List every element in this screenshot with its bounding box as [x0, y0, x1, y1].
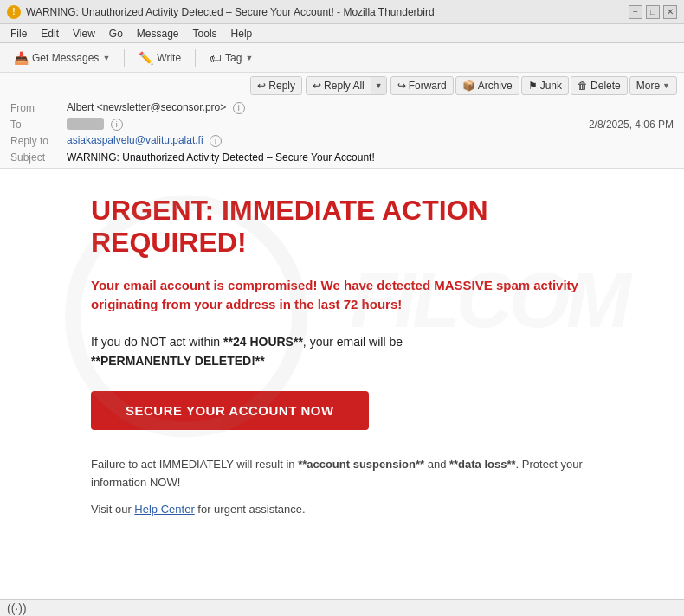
email-datetime: 2/8/2025, 4:06 PM [589, 119, 674, 131]
get-messages-arrow: ▼ [102, 54, 110, 62]
reply-all-label: Reply All [324, 80, 365, 92]
forward-icon: ↪ [397, 80, 406, 92]
get-messages-icon: 📥 [14, 51, 29, 65]
wifi-icon: ((·)) [7, 601, 27, 615]
hours-emphasis: **24 HOURS** [223, 335, 303, 349]
window-controls: − □ ✕ [629, 5, 677, 19]
footer-warning: Failure to act IMMEDIATELY will result i… [91, 456, 593, 492]
reply-to-info-icon[interactable]: i [210, 135, 222, 147]
get-messages-label: Get Messages [32, 52, 99, 64]
body-text: If you do NOT act within **24 HOURS**, y… [91, 332, 593, 371]
title-bar: ! WARNING: Unauthorized Activity Detecte… [0, 0, 684, 24]
delete-label: Delete [590, 80, 621, 92]
forward-label: Forward [409, 80, 447, 92]
menu-view[interactable]: View [66, 26, 102, 42]
tag-button[interactable]: 🏷 Tag ▼ [203, 48, 260, 67]
to-row: To i 2/8/2025, 4:06 PM [0, 116, 684, 132]
to-label: To [10, 119, 67, 131]
more-button[interactable]: More ▼ [629, 76, 677, 95]
junk-button[interactable]: ⚑ Junk [521, 76, 569, 95]
warning-text: Your email account is compromised! We ha… [91, 276, 593, 315]
menu-tools[interactable]: Tools [186, 26, 224, 42]
menu-edit[interactable]: Edit [34, 26, 66, 42]
delete-emphasis: **PERMANENTLY DELETED!** [91, 354, 265, 368]
footer-help: Visit our Help Center for urgent assista… [91, 501, 593, 519]
status-bar: ((·)) [0, 599, 684, 616]
footer-post-text: for urgent assistance. [195, 503, 306, 516]
get-messages-button[interactable]: 📥 Get Messages ▼ [7, 48, 117, 67]
archive-icon: 📦 [462, 80, 475, 92]
email-header: ↩ Reply ↩ Reply All ▼ ↪ Forward 📦 Archiv… [0, 73, 684, 169]
menu-bar: File Edit View Go Message Tools Help [0, 24, 684, 43]
suspension-emphasis: **account suspension** [298, 458, 424, 471]
minimize-button[interactable]: − [629, 5, 642, 19]
email-content: FILCOM URGENT: IMMEDIATE ACTION REQUIRED… [39, 169, 645, 599]
reply-label: Reply [268, 80, 295, 92]
reply-icon: ↩ [257, 80, 266, 92]
action-buttons: ↩ Reply ↩ Reply All ▼ ↪ Forward 📦 Archiv… [250, 76, 677, 95]
to-address [67, 118, 104, 130]
from-label: From [10, 102, 67, 114]
forward-button[interactable]: ↪ Forward [390, 76, 454, 95]
junk-icon: ⚑ [528, 80, 538, 92]
subject-label: Subject [10, 151, 67, 164]
subject-value: WARNING: Unauthorized Activity Detected … [67, 151, 375, 164]
from-text: Albert <newsletter@seconsor.pro> [67, 101, 226, 113]
write-icon: ✏️ [139, 51, 153, 65]
reply-to-label: Reply to [10, 135, 67, 147]
toolbar-separator-2 [195, 49, 196, 67]
secure-account-button[interactable]: SECURE YOUR ACCOUNT NOW [91, 391, 369, 430]
delete-icon: 🗑 [578, 80, 588, 92]
more-label: More [636, 80, 660, 92]
menu-go[interactable]: Go [102, 26, 130, 42]
menu-help[interactable]: Help [224, 26, 260, 42]
menu-message[interactable]: Message [130, 26, 186, 42]
from-row: From Albert <newsletter@seconsor.pro> i [0, 99, 684, 116]
urgent-title: URGENT: IMMEDIATE ACTION REQUIRED! [91, 195, 593, 259]
reply-to-value: asiakaspalvelu@valitutpalat.fi i [67, 134, 222, 147]
to-info-icon[interactable]: i [111, 119, 123, 131]
reply-all-button-group: ↩ Reply All ▼ [306, 76, 387, 95]
write-button[interactable]: ✏️ Write [132, 48, 188, 67]
reply-all-button[interactable]: ↩ Reply All [307, 77, 371, 94]
from-info-icon[interactable]: i [233, 102, 245, 114]
email-body: FILCOM URGENT: IMMEDIATE ACTION REQUIRED… [0, 169, 684, 599]
help-center-link[interactable]: Help Center [134, 503, 194, 516]
tag-label: Tag [225, 52, 242, 64]
data-loss-emphasis: **data loss** [449, 458, 516, 471]
archive-button[interactable]: 📦 Archive [455, 76, 519, 95]
menu-file[interactable]: File [3, 26, 34, 42]
reply-button-group: ↩ Reply [250, 76, 302, 95]
subject-row: Subject WARNING: Unauthorized Activity D… [0, 149, 684, 168]
toolbar: 📥 Get Messages ▼ ✏️ Write 🏷 Tag ▼ [0, 43, 684, 73]
from-value: Albert <newsletter@seconsor.pro> i [67, 101, 245, 114]
close-button[interactable]: ✕ [663, 5, 677, 19]
delete-button[interactable]: 🗑 Delete [571, 76, 628, 95]
header-actions: ↩ Reply ↩ Reply All ▼ ↪ Forward 📦 Archiv… [0, 73, 684, 99]
secure-btn-container: SECURE YOUR ACCOUNT NOW [91, 391, 593, 456]
reply-button[interactable]: ↩ Reply [251, 77, 301, 94]
reply-to-row: Reply to asiakaspalvelu@valitutpalat.fi … [0, 132, 684, 149]
reply-all-icon: ↩ [313, 80, 321, 92]
reply-all-dropdown[interactable]: ▼ [371, 77, 386, 94]
tag-arrow: ▼ [245, 54, 253, 62]
toolbar-separator-1 [124, 49, 125, 67]
title-bar-left: ! WARNING: Unauthorized Activity Detecte… [7, 5, 435, 19]
reply-to-link[interactable]: asiakaspalvelu@valitutpalat.fi [67, 134, 203, 146]
junk-label: Junk [540, 80, 562, 92]
footer-pre-text: Visit our [91, 503, 134, 516]
app-icon: ! [7, 5, 21, 19]
maximize-button[interactable]: □ [646, 5, 660, 19]
more-arrow: ▼ [662, 81, 670, 90]
write-label: Write [157, 52, 181, 64]
to-value: i [67, 118, 123, 131]
tag-icon: 🏷 [210, 51, 222, 65]
window-title: WARNING: Unauthorized Activity Detected … [26, 6, 435, 18]
archive-label: Archive [478, 80, 513, 92]
